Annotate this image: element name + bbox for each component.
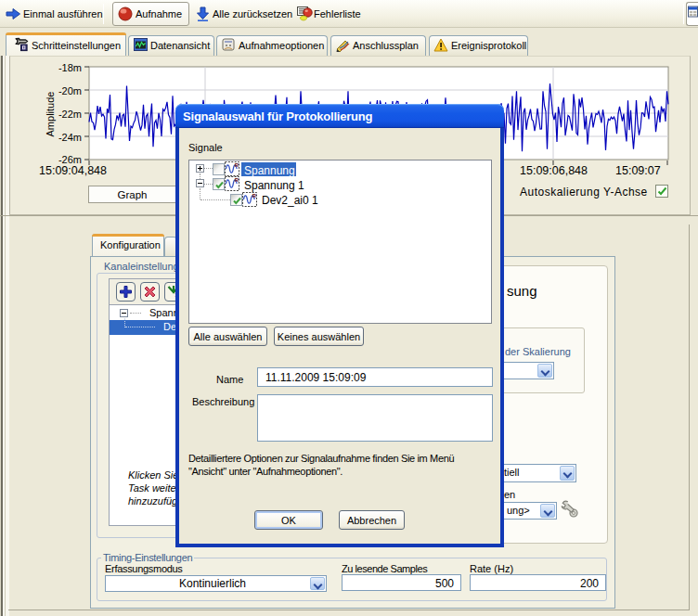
svg-text:R: R [252,193,257,199]
svg-text:R: R [235,162,239,168]
svg-text:R: R [235,177,239,183]
